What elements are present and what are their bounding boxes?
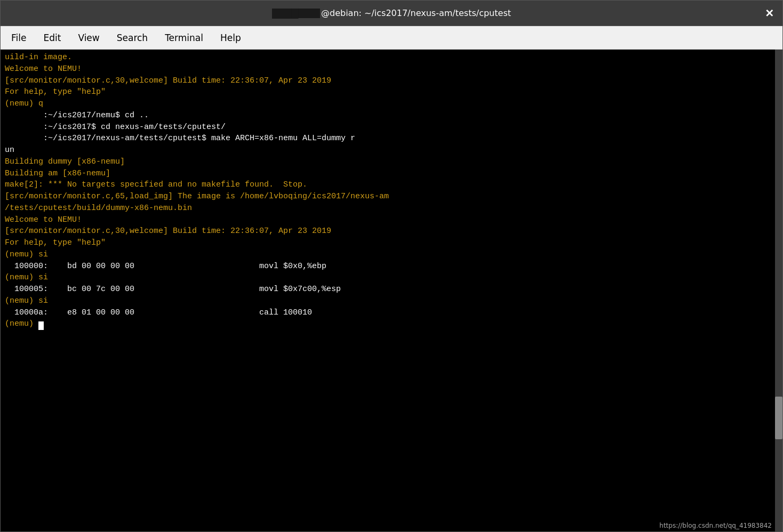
term-line: [src/monitor/monitor.c,30,welcome] Build…	[5, 75, 778, 87]
term-line: (nemu)	[5, 318, 778, 330]
window-title: ████@debian: ~/ics2017/nexus-am/tests/cp…	[272, 8, 511, 19]
term-line: 100005: bc 00 7c 00 00 movl $0x7c00,%esp	[5, 284, 778, 295]
terminal-window: ████@debian: ~/ics2017/nexus-am/tests/cp…	[0, 0, 783, 532]
term-line: un	[5, 144, 778, 156]
menu-file[interactable]: File	[5, 29, 33, 46]
term-line: (nemu) si	[5, 295, 778, 307]
term-line: (nemu) si	[5, 272, 778, 284]
scrollbar[interactable]	[775, 50, 782, 531]
menu-search[interactable]: Search	[110, 29, 154, 46]
title-bar: ████@debian: ~/ics2017/nexus-am/tests/cp…	[1, 1, 782, 26]
term-line: For help, type "help"	[5, 237, 778, 249]
term-line: (nemu) si	[5, 249, 778, 261]
menu-terminal[interactable]: Terminal	[158, 29, 210, 46]
menu-bar: File Edit View Search Terminal Help	[1, 26, 782, 50]
term-line: /tests/cputest/build/dummy-x86-nemu.bin	[5, 203, 778, 214]
term-line: :~/ics2017/nexus-am/tests/cputest$ make …	[5, 133, 778, 144]
term-line: 10000a: e8 01 00 00 00 call 100010	[5, 307, 778, 319]
term-line: Welcome to NEMU!	[5, 63, 778, 75]
term-line: For help, type "help"	[5, 86, 778, 98]
term-line: Welcome to NEMU!	[5, 214, 778, 226]
term-line: uild-in image.	[5, 52, 778, 63]
terminal-body[interactable]: uild-in image. Welcome to NEMU! [src/mon…	[1, 50, 782, 531]
term-line: make[2]: *** No targets specified and no…	[5, 179, 778, 191]
close-button[interactable]: ✕	[765, 7, 774, 20]
redacted-text: ████	[272, 9, 320, 18]
term-line: (nemu) q	[5, 98, 778, 110]
term-line: [src/monitor/monitor.c,30,welcome] Build…	[5, 225, 778, 237]
scrollbar-thumb[interactable]	[775, 397, 782, 439]
menu-help[interactable]: Help	[214, 29, 247, 46]
term-line: :~/ics2017/nemu$ cd ..	[5, 110, 778, 122]
term-line: 100000: bd 00 00 00 00 movl $0x0,%ebp	[5, 261, 778, 272]
term-line: Building am [x86-nemu]	[5, 168, 778, 180]
term-line: Building dummy [x86-nemu]	[5, 156, 778, 168]
cursor	[38, 321, 44, 330]
menu-view[interactable]: View	[71, 29, 106, 46]
menu-edit[interactable]: Edit	[37, 29, 67, 46]
term-line: :~/ics2017$ cd nexus-am/tests/cputest/	[5, 122, 778, 133]
term-line: [src/monitor/monitor.c,65,load_img] The …	[5, 191, 778, 203]
status-bar: https://blog.csdn.net/qq_41983842	[659, 522, 772, 529]
